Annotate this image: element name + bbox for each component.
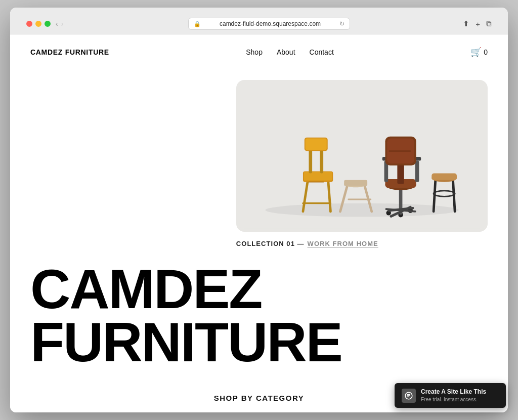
minimize-button[interactable] <box>35 21 41 27</box>
hero-section: COLLECTION 01 — WORK FROM HOME <box>236 80 488 247</box>
titlebar-left: ‹ › <box>26 20 87 28</box>
svg-rect-16 <box>344 180 367 186</box>
nav-arrows: ‹ › <box>56 20 63 28</box>
chairs-illustration <box>236 80 488 232</box>
lock-icon: 🔒 <box>194 21 201 27</box>
forward-button[interactable]: › <box>61 20 64 28</box>
nav-item-about[interactable]: About <box>277 48 295 57</box>
back-button[interactable]: ‹ <box>56 20 58 28</box>
titlebar-center: 🔒 camdez-fluid-demo.squarespace.com ↻ <box>87 18 451 30</box>
squarespace-logo-icon <box>404 391 413 400</box>
svg-point-1 <box>265 203 458 217</box>
brand-headline: CAMDEZ FURNITURE <box>30 263 488 368</box>
nav-link-contact[interactable]: Contact <box>310 48 334 56</box>
product-image-card[interactable] <box>236 80 488 232</box>
svg-rect-6 <box>304 172 332 181</box>
squarespace-logo <box>402 389 416 403</box>
nav-item-shop[interactable]: Shop <box>246 48 263 57</box>
new-tab-icon[interactable]: + <box>476 20 480 28</box>
url-text: camdez-fluid-demo.squarespace.com <box>204 20 336 27</box>
refresh-icon[interactable]: ↻ <box>339 20 344 27</box>
collection-label: COLLECTION 01 — WORK FROM HOME <box>236 240 378 247</box>
nav-link-shop[interactable]: Shop <box>246 48 263 56</box>
svg-rect-40 <box>431 173 457 180</box>
main-nav: CAMDEZ FURNITURE Shop About Contact 🛒 0 <box>10 34 508 70</box>
squarespace-banner[interactable]: Create A Site Like This Free trial. Inst… <box>395 383 506 408</box>
share-icon[interactable]: ⬆ <box>463 19 469 28</box>
close-button[interactable] <box>26 21 32 27</box>
cart-button[interactable]: 🛒 0 <box>470 47 488 58</box>
nav-links: Shop About Contact <box>246 48 334 57</box>
cart-icon: 🛒 <box>470 47 482 58</box>
website-content: CAMDEZ FURNITURE Shop About Contact 🛒 0 <box>10 34 508 412</box>
nav-link-about[interactable]: About <box>277 48 295 56</box>
brand-hero-section: CAMDEZ FURNITURE <box>10 247 508 379</box>
titlebar-right: ⬆ + ⧉ <box>451 19 492 28</box>
cart-count: 0 <box>484 48 488 56</box>
nav-item-contact[interactable]: Contact <box>310 48 334 57</box>
collection-prefix: COLLECTION 01 — <box>236 240 305 247</box>
svg-rect-27 <box>415 161 419 182</box>
browser-chrome: ‹ › 🔒 camdez-fluid-demo.squarespace.com … <box>10 8 508 34</box>
titlebar: ‹ › 🔒 camdez-fluid-demo.squarespace.com … <box>18 13 500 34</box>
collection-link[interactable]: WORK FROM HOME <box>308 240 378 247</box>
main-content: COLLECTION 01 — WORK FROM HOME <box>10 70 508 247</box>
sq-banner-subtitle: Free trial. Instant access. <box>421 396 486 403</box>
window-icon[interactable]: ⧉ <box>486 19 492 28</box>
svg-rect-10 <box>306 139 327 150</box>
sq-banner-title: Create A Site Like This <box>421 388 486 396</box>
browser-window: ‹ › 🔒 camdez-fluid-demo.squarespace.com … <box>10 8 508 412</box>
address-bar[interactable]: 🔒 camdez-fluid-demo.squarespace.com ↻ <box>188 18 350 30</box>
site-logo[interactable]: CAMDEZ FURNITURE <box>30 48 109 56</box>
fullscreen-button[interactable] <box>45 21 51 27</box>
traffic-lights <box>26 21 51 27</box>
squarespace-banner-text: Create A Site Like This Free trial. Inst… <box>421 388 486 403</box>
